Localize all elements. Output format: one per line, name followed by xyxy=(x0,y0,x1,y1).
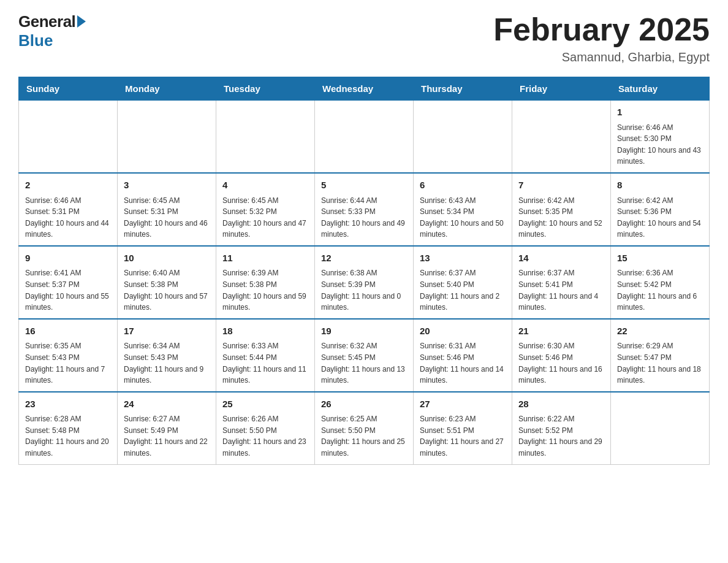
day-number: 20 xyxy=(420,324,506,339)
calendar-table: SundayMondayTuesdayWednesdayThursdayFrid… xyxy=(18,77,710,464)
day-number: 13 xyxy=(420,251,506,266)
title-section: February 2025 Samannud, Gharbia, Egypt xyxy=(493,12,710,64)
week-row-3: 9Sunrise: 6:41 AMSunset: 5:37 PMDaylight… xyxy=(19,246,710,319)
week-row-2: 2Sunrise: 6:46 AMSunset: 5:31 PMDaylight… xyxy=(19,173,710,246)
calendar-cell: 13Sunrise: 6:37 AMSunset: 5:40 PMDayligh… xyxy=(414,246,512,319)
calendar-cell xyxy=(512,101,611,173)
day-number: 24 xyxy=(124,397,210,412)
week-row-5: 23Sunrise: 6:28 AMSunset: 5:48 PMDayligh… xyxy=(19,392,710,464)
calendar-cell: 14Sunrise: 6:37 AMSunset: 5:41 PMDayligh… xyxy=(512,246,611,319)
calendar-cell: 17Sunrise: 6:34 AMSunset: 5:43 PMDayligh… xyxy=(118,319,216,392)
day-number: 27 xyxy=(420,397,506,412)
day-info: Sunrise: 6:35 AMSunset: 5:43 PMDaylight:… xyxy=(25,340,111,386)
calendar-cell: 25Sunrise: 6:26 AMSunset: 5:50 PMDayligh… xyxy=(216,392,315,464)
calendar-cell: 11Sunrise: 6:39 AMSunset: 5:38 PMDayligh… xyxy=(216,246,315,319)
day-info: Sunrise: 6:46 AMSunset: 5:31 PMDaylight:… xyxy=(25,195,111,240)
calendar-cell: 2Sunrise: 6:46 AMSunset: 5:31 PMDaylight… xyxy=(19,173,118,246)
day-number: 11 xyxy=(222,251,308,266)
day-number: 4 xyxy=(222,178,308,193)
logo: General Blue xyxy=(18,12,86,50)
day-info: Sunrise: 6:42 AMSunset: 5:35 PMDaylight:… xyxy=(518,195,604,240)
day-info: Sunrise: 6:44 AMSunset: 5:33 PMDaylight:… xyxy=(321,195,407,240)
calendar-cell: 16Sunrise: 6:35 AMSunset: 5:43 PMDayligh… xyxy=(19,319,118,392)
day-number: 1 xyxy=(617,105,703,120)
day-header-sunday: Sunday xyxy=(19,77,118,101)
day-number: 19 xyxy=(321,324,407,339)
calendar-cell: 28Sunrise: 6:22 AMSunset: 5:52 PMDayligh… xyxy=(512,392,611,464)
day-info: Sunrise: 6:37 AMSunset: 5:40 PMDaylight:… xyxy=(420,267,506,313)
calendar-cell: 3Sunrise: 6:45 AMSunset: 5:31 PMDaylight… xyxy=(118,173,216,246)
logo-arrow-icon xyxy=(77,15,86,28)
day-number: 18 xyxy=(222,324,308,339)
day-number: 23 xyxy=(25,397,111,412)
day-info: Sunrise: 6:38 AMSunset: 5:39 PMDaylight:… xyxy=(321,267,407,313)
day-number: 26 xyxy=(321,397,407,412)
week-row-4: 16Sunrise: 6:35 AMSunset: 5:43 PMDayligh… xyxy=(19,319,710,392)
day-number: 2 xyxy=(25,178,111,193)
calendar-cell xyxy=(414,101,512,173)
day-number: 28 xyxy=(518,397,604,412)
day-info: Sunrise: 6:30 AMSunset: 5:46 PMDaylight:… xyxy=(518,340,604,386)
header-row: SundayMondayTuesdayWednesdayThursdayFrid… xyxy=(19,77,710,101)
day-header-saturday: Saturday xyxy=(611,77,710,101)
calendar-cell: 20Sunrise: 6:31 AMSunset: 5:46 PMDayligh… xyxy=(414,319,512,392)
day-number: 8 xyxy=(617,178,703,193)
calendar-cell: 27Sunrise: 6:23 AMSunset: 5:51 PMDayligh… xyxy=(414,392,512,464)
day-info: Sunrise: 6:32 AMSunset: 5:45 PMDaylight:… xyxy=(321,340,407,386)
day-number: 5 xyxy=(321,178,407,193)
day-info: Sunrise: 6:41 AMSunset: 5:37 PMDaylight:… xyxy=(25,267,111,313)
calendar-subtitle: Samannud, Gharbia, Egypt xyxy=(493,50,710,64)
calendar-cell: 8Sunrise: 6:42 AMSunset: 5:36 PMDaylight… xyxy=(611,173,710,246)
day-number: 9 xyxy=(25,251,111,266)
day-info: Sunrise: 6:36 AMSunset: 5:42 PMDaylight:… xyxy=(617,267,703,313)
day-info: Sunrise: 6:39 AMSunset: 5:38 PMDaylight:… xyxy=(222,267,308,313)
calendar-cell: 23Sunrise: 6:28 AMSunset: 5:48 PMDayligh… xyxy=(19,392,118,464)
calendar-cell: 6Sunrise: 6:43 AMSunset: 5:34 PMDaylight… xyxy=(414,173,512,246)
day-header-monday: Monday xyxy=(118,77,216,101)
calendar-cell: 18Sunrise: 6:33 AMSunset: 5:44 PMDayligh… xyxy=(216,319,315,392)
day-header-thursday: Thursday xyxy=(414,77,512,101)
day-info: Sunrise: 6:42 AMSunset: 5:36 PMDaylight:… xyxy=(617,195,703,240)
calendar-cell: 9Sunrise: 6:41 AMSunset: 5:37 PMDaylight… xyxy=(19,246,118,319)
day-number: 12 xyxy=(321,251,407,266)
calendar-cell: 15Sunrise: 6:36 AMSunset: 5:42 PMDayligh… xyxy=(611,246,710,319)
calendar-cell: 10Sunrise: 6:40 AMSunset: 5:38 PMDayligh… xyxy=(118,246,216,319)
day-header-friday: Friday xyxy=(512,77,611,101)
day-info: Sunrise: 6:33 AMSunset: 5:44 PMDaylight:… xyxy=(222,340,308,386)
day-header-tuesday: Tuesday xyxy=(216,77,315,101)
calendar-cell: 24Sunrise: 6:27 AMSunset: 5:49 PMDayligh… xyxy=(118,392,216,464)
calendar-cell: 19Sunrise: 6:32 AMSunset: 5:45 PMDayligh… xyxy=(315,319,414,392)
day-info: Sunrise: 6:37 AMSunset: 5:41 PMDaylight:… xyxy=(518,267,604,313)
week-row-1: 1Sunrise: 6:46 AMSunset: 5:30 PMDaylight… xyxy=(19,101,710,173)
day-number: 7 xyxy=(518,178,604,193)
day-number: 10 xyxy=(124,251,210,266)
day-info: Sunrise: 6:45 AMSunset: 5:32 PMDaylight:… xyxy=(222,195,308,240)
calendar-cell: 12Sunrise: 6:38 AMSunset: 5:39 PMDayligh… xyxy=(315,246,414,319)
day-header-wednesday: Wednesday xyxy=(315,77,414,101)
day-info: Sunrise: 6:34 AMSunset: 5:43 PMDaylight:… xyxy=(124,340,210,386)
day-info: Sunrise: 6:43 AMSunset: 5:34 PMDaylight:… xyxy=(420,195,506,240)
day-info: Sunrise: 6:22 AMSunset: 5:52 PMDaylight:… xyxy=(518,413,604,459)
day-info: Sunrise: 6:46 AMSunset: 5:30 PMDaylight:… xyxy=(617,122,703,167)
day-info: Sunrise: 6:28 AMSunset: 5:48 PMDaylight:… xyxy=(25,413,111,459)
day-info: Sunrise: 6:45 AMSunset: 5:31 PMDaylight:… xyxy=(124,195,210,240)
calendar-cell xyxy=(315,101,414,173)
day-info: Sunrise: 6:26 AMSunset: 5:50 PMDaylight:… xyxy=(222,413,308,459)
day-number: 3 xyxy=(124,178,210,193)
calendar-cell: 1Sunrise: 6:46 AMSunset: 5:30 PMDaylight… xyxy=(611,101,710,173)
calendar-title: February 2025 xyxy=(493,12,710,47)
calendar-cell: 5Sunrise: 6:44 AMSunset: 5:33 PMDaylight… xyxy=(315,173,414,246)
day-number: 25 xyxy=(222,397,308,412)
day-number: 16 xyxy=(25,324,111,339)
calendar-cell xyxy=(118,101,216,173)
calendar-cell: 7Sunrise: 6:42 AMSunset: 5:35 PMDaylight… xyxy=(512,173,611,246)
day-info: Sunrise: 6:25 AMSunset: 5:50 PMDaylight:… xyxy=(321,413,407,459)
day-number: 15 xyxy=(617,251,703,266)
day-number: 14 xyxy=(518,251,604,266)
day-info: Sunrise: 6:23 AMSunset: 5:51 PMDaylight:… xyxy=(420,413,506,459)
logo-general-text: General xyxy=(18,12,75,31)
calendar-cell xyxy=(611,392,710,464)
calendar-cell xyxy=(19,101,118,173)
calendar-cell: 26Sunrise: 6:25 AMSunset: 5:50 PMDayligh… xyxy=(315,392,414,464)
page-header: General Blue February 2025 Samannud, Gha… xyxy=(18,12,710,64)
